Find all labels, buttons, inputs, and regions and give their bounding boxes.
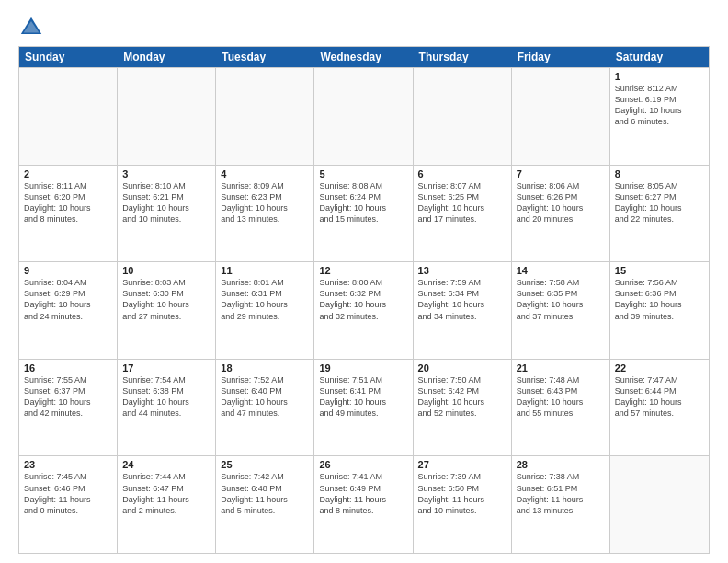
calendar-cell: 18Sunrise: 7:52 AM Sunset: 6:40 PM Dayli… <box>216 360 314 456</box>
calendar-cell: 21Sunrise: 7:48 AM Sunset: 6:43 PM Dayli… <box>512 360 610 456</box>
calendar-cell <box>118 68 216 165</box>
day-number: 10 <box>122 265 210 276</box>
calendar-cell: 2Sunrise: 8:11 AM Sunset: 6:20 PM Daylig… <box>19 166 118 262</box>
header-day-tuesday: Tuesday <box>216 47 314 67</box>
day-info: Sunrise: 7:39 AM Sunset: 6:50 PM Dayligh… <box>418 471 506 516</box>
day-number: 18 <box>221 362 309 373</box>
day-info: Sunrise: 7:47 AM Sunset: 6:44 PM Dayligh… <box>615 374 704 419</box>
calendar-cell: 22Sunrise: 7:47 AM Sunset: 6:44 PM Dayli… <box>610 360 709 456</box>
calendar-week-3: 9Sunrise: 8:04 AM Sunset: 6:29 PM Daylig… <box>19 261 709 359</box>
calendar-cell: 7Sunrise: 8:06 AM Sunset: 6:26 PM Daylig… <box>512 166 610 262</box>
day-info: Sunrise: 7:42 AM Sunset: 6:48 PM Dayligh… <box>221 471 309 516</box>
header-day-monday: Monday <box>118 47 216 67</box>
header-day-saturday: Saturday <box>610 47 709 67</box>
calendar-header: SundayMondayTuesdayWednesdayThursdayFrid… <box>19 47 709 67</box>
calendar-cell <box>19 68 118 165</box>
day-number: 17 <box>122 362 210 373</box>
logo-icon <box>18 15 44 40</box>
day-info: Sunrise: 7:56 AM Sunset: 6:36 PM Dayligh… <box>615 277 704 322</box>
calendar-week-5: 23Sunrise: 7:45 AM Sunset: 6:46 PM Dayli… <box>19 455 709 553</box>
header-day-sunday: Sunday <box>19 47 118 67</box>
day-number: 13 <box>418 265 506 276</box>
calendar-body: 1Sunrise: 8:12 AM Sunset: 6:19 PM Daylig… <box>19 67 709 553</box>
day-info: Sunrise: 8:05 AM Sunset: 6:27 PM Dayligh… <box>615 180 704 225</box>
day-number: 8 <box>615 168 704 179</box>
day-number: 19 <box>319 362 407 373</box>
day-info: Sunrise: 7:51 AM Sunset: 6:41 PM Dayligh… <box>319 374 407 419</box>
day-info: Sunrise: 8:11 AM Sunset: 6:20 PM Dayligh… <box>24 180 112 225</box>
calendar-cell: 4Sunrise: 8:09 AM Sunset: 6:23 PM Daylig… <box>216 166 314 262</box>
day-info: Sunrise: 7:50 AM Sunset: 6:42 PM Dayligh… <box>418 374 506 419</box>
calendar-cell: 13Sunrise: 7:59 AM Sunset: 6:34 PM Dayli… <box>414 262 512 359</box>
calendar-cell <box>414 68 512 165</box>
calendar-cell: 27Sunrise: 7:39 AM Sunset: 6:50 PM Dayli… <box>414 456 512 553</box>
day-info: Sunrise: 8:08 AM Sunset: 6:24 PM Dayligh… <box>319 180 407 225</box>
header <box>18 15 710 40</box>
calendar-cell: 14Sunrise: 7:58 AM Sunset: 6:35 PM Dayli… <box>512 262 610 359</box>
day-info: Sunrise: 7:58 AM Sunset: 6:35 PM Dayligh… <box>517 277 605 322</box>
day-info: Sunrise: 8:09 AM Sunset: 6:23 PM Dayligh… <box>221 180 309 225</box>
logo <box>18 15 48 40</box>
day-number: 22 <box>615 362 704 373</box>
day-number: 27 <box>418 459 506 470</box>
calendar-cell: 15Sunrise: 7:56 AM Sunset: 6:36 PM Dayli… <box>610 262 709 359</box>
day-info: Sunrise: 7:45 AM Sunset: 6:46 PM Dayligh… <box>24 471 112 516</box>
day-info: Sunrise: 7:59 AM Sunset: 6:34 PM Dayligh… <box>418 277 506 322</box>
day-info: Sunrise: 7:55 AM Sunset: 6:37 PM Dayligh… <box>24 374 112 419</box>
day-number: 3 <box>122 168 210 179</box>
header-day-friday: Friday <box>512 47 610 67</box>
day-info: Sunrise: 8:04 AM Sunset: 6:29 PM Dayligh… <box>24 277 112 322</box>
day-info: Sunrise: 8:12 AM Sunset: 6:19 PM Dayligh… <box>615 83 704 128</box>
calendar-cell: 5Sunrise: 8:08 AM Sunset: 6:24 PM Daylig… <box>314 166 413 262</box>
calendar-cell: 25Sunrise: 7:42 AM Sunset: 6:48 PM Dayli… <box>216 456 314 553</box>
day-info: Sunrise: 8:10 AM Sunset: 6:21 PM Dayligh… <box>122 180 210 225</box>
calendar-cell: 28Sunrise: 7:38 AM Sunset: 6:51 PM Dayli… <box>512 456 610 553</box>
day-number: 2 <box>24 168 112 179</box>
calendar-cell: 26Sunrise: 7:41 AM Sunset: 6:49 PM Dayli… <box>314 456 413 553</box>
day-number: 16 <box>24 362 112 373</box>
day-info: Sunrise: 7:44 AM Sunset: 6:47 PM Dayligh… <box>122 471 210 516</box>
day-info: Sunrise: 8:01 AM Sunset: 6:31 PM Dayligh… <box>221 277 309 322</box>
day-info: Sunrise: 7:41 AM Sunset: 6:49 PM Dayligh… <box>319 471 407 516</box>
day-number: 25 <box>221 459 309 470</box>
calendar-cell: 3Sunrise: 8:10 AM Sunset: 6:21 PM Daylig… <box>118 166 216 262</box>
day-number: 28 <box>517 459 605 470</box>
day-number: 24 <box>122 459 210 470</box>
calendar-cell: 23Sunrise: 7:45 AM Sunset: 6:46 PM Dayli… <box>19 456 118 553</box>
calendar-cell: 9Sunrise: 8:04 AM Sunset: 6:29 PM Daylig… <box>19 262 118 359</box>
page: SundayMondayTuesdayWednesdayThursdayFrid… <box>0 0 728 563</box>
calendar-cell: 11Sunrise: 8:01 AM Sunset: 6:31 PM Dayli… <box>216 262 314 359</box>
day-number: 14 <box>517 265 605 276</box>
calendar-cell: 20Sunrise: 7:50 AM Sunset: 6:42 PM Dayli… <box>414 360 512 456</box>
day-number: 15 <box>615 265 704 276</box>
day-info: Sunrise: 8:06 AM Sunset: 6:26 PM Dayligh… <box>517 180 605 225</box>
calendar-cell: 12Sunrise: 8:00 AM Sunset: 6:32 PM Dayli… <box>314 262 413 359</box>
day-number: 6 <box>418 168 506 179</box>
calendar-cell: 10Sunrise: 8:03 AM Sunset: 6:30 PM Dayli… <box>118 262 216 359</box>
day-info: Sunrise: 7:48 AM Sunset: 6:43 PM Dayligh… <box>517 374 605 419</box>
day-number: 23 <box>24 459 112 470</box>
day-number: 7 <box>517 168 605 179</box>
day-info: Sunrise: 8:07 AM Sunset: 6:25 PM Dayligh… <box>418 180 506 225</box>
calendar-cell <box>610 456 709 553</box>
calendar-cell: 19Sunrise: 7:51 AM Sunset: 6:41 PM Dayli… <box>314 360 413 456</box>
calendar-week-1: 1Sunrise: 8:12 AM Sunset: 6:19 PM Daylig… <box>19 67 709 165</box>
day-number: 21 <box>517 362 605 373</box>
day-number: 11 <box>221 265 309 276</box>
header-day-thursday: Thursday <box>414 47 512 67</box>
calendar-week-2: 2Sunrise: 8:11 AM Sunset: 6:20 PM Daylig… <box>19 165 709 262</box>
day-number: 12 <box>319 265 407 276</box>
calendar-cell: 1Sunrise: 8:12 AM Sunset: 6:19 PM Daylig… <box>610 68 709 165</box>
calendar-cell <box>314 68 413 165</box>
calendar-cell <box>512 68 610 165</box>
day-number: 26 <box>319 459 407 470</box>
day-info: Sunrise: 8:00 AM Sunset: 6:32 PM Dayligh… <box>319 277 407 322</box>
header-day-wednesday: Wednesday <box>314 47 413 67</box>
day-info: Sunrise: 7:54 AM Sunset: 6:38 PM Dayligh… <box>122 374 210 419</box>
day-number: 9 <box>24 265 112 276</box>
calendar-cell: 6Sunrise: 8:07 AM Sunset: 6:25 PM Daylig… <box>414 166 512 262</box>
calendar-cell <box>216 68 314 165</box>
day-number: 4 <box>221 168 309 179</box>
calendar-cell: 17Sunrise: 7:54 AM Sunset: 6:38 PM Dayli… <box>118 360 216 456</box>
day-number: 5 <box>319 168 407 179</box>
